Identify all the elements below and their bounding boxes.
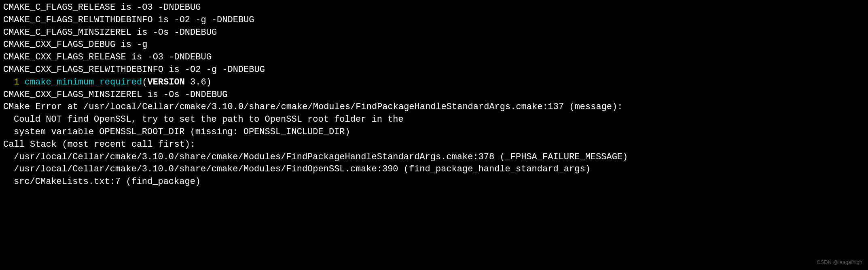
callstack-line: /usr/local/Cellar/cmake/3.10.0/share/cma…	[3, 163, 865, 176]
version-value: 3.6)	[185, 77, 212, 87]
output-line: CMAKE_C_FLAGS_MINSIZEREL is -Os -DNDEBUG	[3, 27, 865, 39]
output-line: CMAKE_CXX_FLAGS_MINSIZEREL is -Os -DNDEB…	[3, 89, 865, 101]
output-line: CMAKE_CXX_FLAGS_RELEASE is -O3 -DNDEBUG	[3, 51, 865, 64]
open-paren: (	[142, 77, 147, 87]
error-line: CMake Error at /usr/local/Cellar/cmake/3…	[3, 101, 865, 114]
version-keyword: VERSION	[147, 77, 184, 87]
output-line: CMAKE_C_FLAGS_RELWITHDEBINFO is -O2 -g -…	[3, 14, 865, 27]
cmake-function: cmake_minimum_required	[25, 77, 142, 87]
watermark-text: CSDN @leagalhigh	[817, 259, 862, 266]
error-detail-line: system variable OPENSSL_ROOT_DIR (missin…	[3, 126, 865, 139]
output-line: CMAKE_C_FLAGS_RELEASE is -O3 -DNDEBUG	[3, 2, 865, 14]
callstack-line: src/CMakeLists.txt:7 (find_package)	[3, 176, 865, 188]
cmake-script-line: 1 cmake_minimum_required(VERSION 3.6)	[3, 76, 865, 89]
output-line: CMAKE_CXX_FLAGS_RELWITHDEBINFO is -O2 -g…	[3, 64, 865, 76]
output-line: CMAKE_CXX_FLAGS_DEBUG is -g	[3, 39, 865, 51]
terminal-output: CMAKE_C_FLAGS_RELEASE is -O3 -DNDEBUG CM…	[3, 2, 865, 188]
error-detail-line: Could NOT find OpenSSL, try to set the p…	[3, 114, 865, 126]
callstack-header: Call Stack (most recent call first):	[3, 139, 865, 151]
line-number: 1	[3, 77, 25, 87]
callstack-line: /usr/local/Cellar/cmake/3.10.0/share/cma…	[3, 151, 865, 164]
